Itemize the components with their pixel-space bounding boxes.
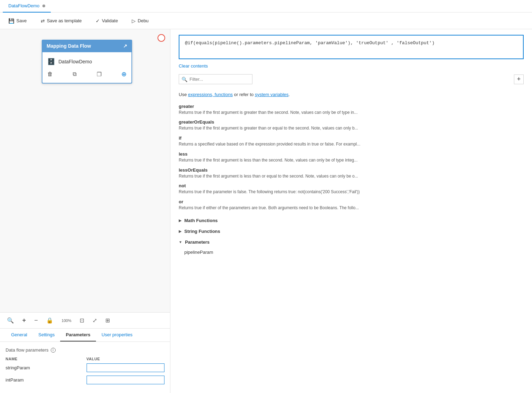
props-tabs: General Settings Parameters User propert… — [0, 329, 170, 342]
canvas-expand-button[interactable]: ⤢ — [91, 316, 98, 325]
hint-text: Use expressions, functions or refer to s… — [179, 91, 524, 98]
param-value-input-0[interactable] — [87, 363, 165, 372]
string-functions-label: String Functions — [184, 229, 220, 234]
canvas-area[interactable]: Mapping Data Flow ↗ 🗄️ DataFlowDemo 🗑 ⧉ … — [0, 29, 170, 312]
canvas-lock-button[interactable]: 🔒 — [45, 316, 55, 325]
string-toggle-icon: ▶ — [179, 229, 182, 233]
func-item-4: lessOrEquals Returns true if the first a… — [179, 167, 524, 179]
mdf-header-title: Mapping Data Flow — [47, 43, 91, 49]
params-table-header: NAME VALUE — [6, 357, 164, 361]
tab-user-properties[interactable]: User properties — [96, 329, 138, 341]
tab-settings[interactable]: Settings — [33, 329, 60, 341]
save-button[interactable]: 💾 Save — [6, 17, 30, 25]
func-name-4[interactable]: lessOrEquals — [179, 167, 524, 173]
copy-icon[interactable]: ⧉ — [73, 71, 76, 77]
func-name-6[interactable]: or — [179, 199, 524, 204]
filter-row: 🔍 + — [179, 74, 524, 84]
param-pipeline-param[interactable]: pipelineParam — [184, 247, 524, 257]
string-functions-toggle[interactable]: ▶ String Functions — [179, 226, 524, 237]
debug-button[interactable]: ▷ Debu — [129, 17, 151, 25]
main-content: Mapping Data Flow ↗ 🗄️ DataFlowDemo 🗑 ⧉ … — [0, 29, 532, 393]
func-item-1: greaterOrEquals Returns true if the firs… — [179, 119, 524, 131]
mdf-name: DataFlowDemo — [58, 59, 92, 64]
filter-search-icon: 🔍 — [182, 77, 187, 82]
func-item-0: greater Returns true if the first argume… — [179, 104, 524, 116]
param-row-1: intParam — [6, 375, 164, 385]
validate-icon: ✓ — [96, 18, 100, 24]
validate-label: Validate — [102, 18, 118, 23]
canvas-grid-button[interactable]: ⊞ — [104, 316, 111, 325]
add-output-icon[interactable]: ⊕ — [121, 70, 127, 78]
clone-icon[interactable]: ❐ — [97, 71, 102, 78]
left-panel: Mapping Data Flow ↗ 🗄️ DataFlowDemo 🗑 ⧉ … — [0, 29, 170, 393]
mdf-actions: 🗑 ⧉ ❐ ⊕ — [47, 68, 127, 79]
mdf-name-row: 🗄️ DataFlowDemo — [47, 56, 127, 68]
params-section-header: Data flow parameters i — [6, 347, 164, 353]
validate-button[interactable]: ✓ Validate — [93, 17, 121, 25]
func-desc-3: Returns true if the first argument is le… — [179, 157, 524, 163]
func-desc-1: Returns true if the first argument is gr… — [179, 125, 524, 131]
func-name-2[interactable]: if — [179, 135, 524, 141]
param-row-0: stringParam — [6, 363, 164, 372]
debug-icon: ▷ — [132, 18, 136, 24]
clear-contents-link[interactable]: Clear contents — [179, 63, 524, 69]
func-name-1[interactable]: greaterOrEquals — [179, 119, 524, 125]
save-icon: 💾 — [8, 18, 14, 24]
parameters-section-content: pipelineParam — [179, 247, 524, 257]
col-name-header: NAME — [6, 357, 84, 361]
tab-parameters[interactable]: Parameters — [60, 329, 96, 341]
parameters-section-label: Parameters — [185, 239, 210, 245]
tab-dataflowdemo[interactable]: DataFlowDemo — [3, 0, 51, 13]
func-desc-0: Returns true if the first argument is gr… — [179, 110, 524, 116]
canvas-zoom-button[interactable]: 100% — [60, 317, 73, 324]
functions-list: greater Returns true if the first argume… — [179, 104, 524, 211]
math-toggle-icon: ▶ — [179, 219, 182, 222]
func-item-6: or Returns true if either of the paramet… — [179, 199, 524, 211]
delete-icon[interactable]: 🗑 — [47, 71, 53, 77]
canvas-search-button[interactable]: 🔍 — [6, 316, 15, 325]
expression-value: @if(equals(pipeline().parameters.pipelin… — [185, 40, 435, 46]
filter-input[interactable] — [179, 74, 252, 84]
func-desc-6: Returns true if either of the parameters… — [179, 205, 524, 211]
math-functions-label: Math Functions — [184, 218, 218, 223]
canvas-add-button[interactable]: + — [21, 315, 27, 325]
save-as-template-label: Save as template — [47, 18, 82, 23]
dataflow-icon: 🗄️ — [47, 58, 55, 65]
canvas-fit-button[interactable]: ⊡ — [78, 316, 86, 325]
canvas-minus-button[interactable]: − — [33, 315, 40, 325]
params-table: NAME VALUE stringParam intParam — [6, 357, 164, 385]
save-label: Save — [16, 18, 27, 23]
expressions-functions-link[interactable]: expressions, functions — [188, 92, 233, 97]
col-value-header: VALUE — [87, 357, 165, 361]
save-as-template-button[interactable]: ⇄ Save as template — [38, 17, 84, 25]
func-name-0[interactable]: greater — [179, 104, 524, 109]
func-desc-4: Returns true if the first argument is le… — [179, 173, 524, 179]
params-content: Data flow parameters i NAME VALUE string… — [0, 342, 170, 393]
canvas-toolbar: 🔍 + − 🔒 100% ⊡ ⤢ ⊞ — [0, 312, 170, 328]
func-name-3[interactable]: less — [179, 151, 524, 157]
func-item-5: not Returns true if the parameter is fal… — [179, 183, 524, 195]
func-name-5[interactable]: not — [179, 183, 524, 188]
right-panel: @if(equals(pipeline().parameters.pipelin… — [170, 29, 532, 393]
math-functions-toggle[interactable]: ▶ Math Functions — [179, 215, 524, 226]
tab-modified-dot — [42, 5, 45, 7]
tab-bar: DataFlowDemo — [0, 0, 532, 13]
add-button[interactable]: + — [514, 74, 524, 84]
func-item-3: less Returns true if the first argument … — [179, 151, 524, 163]
debug-label: Debu — [138, 18, 148, 23]
param-value-input-1[interactable] — [87, 376, 165, 384]
tab-general[interactable]: General — [6, 329, 33, 341]
expression-input[interactable]: @if(equals(pipeline().parameters.pipelin… — [179, 35, 524, 59]
filter-wrapper: 🔍 — [179, 74, 511, 84]
system-variables-link[interactable]: system variables — [255, 92, 289, 97]
external-link-icon[interactable]: ↗ — [123, 43, 127, 49]
toolbar: 💾 Save ⇄ Save as template ✓ Validate ▷ D… — [0, 13, 532, 29]
parameters-toggle-icon: ▼ — [179, 240, 182, 244]
param-name-0: stringParam — [6, 363, 84, 372]
template-icon: ⇄ — [41, 18, 45, 24]
mdf-card: Mapping Data Flow ↗ 🗄️ DataFlowDemo 🗑 ⧉ … — [42, 40, 132, 84]
func-item-2: if Returns a specified value based on if… — [179, 135, 524, 147]
param-name-1: intParam — [6, 375, 84, 385]
mdf-card-header: Mapping Data Flow ↗ — [42, 40, 132, 52]
parameters-toggle[interactable]: ▼ Parameters — [179, 237, 524, 247]
